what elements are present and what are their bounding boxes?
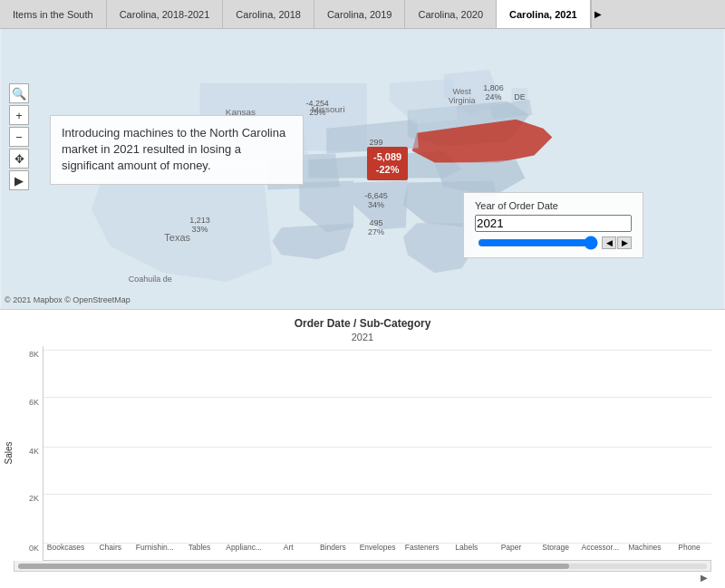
navigate-button[interactable]: ▶ — [9, 170, 29, 190]
svg-text:33%: 33% — [192, 225, 208, 234]
bar-label: Bookcases — [44, 540, 88, 560]
cursor-tool-button[interactable]: ✥ — [9, 149, 29, 169]
tab-carolina-2019[interactable]: Carolina, 2019 — [314, 0, 406, 28]
year-filter-label: Year of Order Date — [475, 200, 632, 211]
svg-text:Coahuila de: Coahuila de — [129, 275, 172, 284]
tab-carolina-2018-2021[interactable]: Carolina, 2018-2021 — [107, 0, 224, 28]
svg-text:Texas: Texas — [164, 232, 190, 243]
bar-label: Envelopes — [355, 540, 400, 560]
search-button[interactable]: 🔍 — [9, 83, 29, 103]
svg-text:1,806: 1,806 — [483, 83, 503, 92]
bar-label: Chairs — [88, 540, 132, 560]
nc-value-label: -5,089 -22% — [367, 147, 408, 180]
bar-label: Furnishin... — [132, 540, 177, 560]
year-next-button[interactable]: ▶ — [617, 236, 632, 249]
bar-label: Fasteners — [400, 540, 444, 560]
chart-section: Order Date / Sub-Category 2021 Sales 8K … — [0, 310, 725, 588]
tab-carolina-2018[interactable]: Carolina, 2018 — [223, 0, 314, 28]
year-slider[interactable] — [478, 236, 598, 250]
tab-carolina-2021[interactable]: Carolina, 2021 — [497, 0, 591, 28]
bar-label: Tables — [177, 540, 221, 560]
year-filter: Year of Order Date ◀ ▶ — [463, 192, 643, 258]
svg-text:West: West — [453, 87, 472, 96]
bar-labels: BookcasesChairsFurnishin...TablesApplian… — [44, 540, 711, 560]
annotation-box: Introducing machines to the North Caroli… — [50, 115, 304, 185]
year-prev-button[interactable]: ◀ — [602, 236, 616, 249]
svg-text:Missouri: Missouri — [312, 104, 345, 114]
main-content: DE — [0, 29, 725, 588]
bar-label: Applianc... — [222, 540, 266, 560]
scrollbar-thumb[interactable] — [18, 564, 569, 569]
svg-text:1,213: 1,213 — [189, 216, 209, 225]
year-nav: ◀ ▶ — [475, 236, 632, 250]
svg-text:299: 299 — [369, 138, 382, 147]
y-tick-6k: 6K — [29, 398, 39, 407]
y-tick-8k: 8K — [29, 350, 39, 359]
year-input[interactable] — [475, 215, 632, 232]
svg-text:Virginia: Virginia — [449, 96, 476, 105]
map-attribution: © 2021 Mapbox © OpenStreetMap — [5, 295, 130, 304]
bar-label: Paper — [488, 540, 533, 560]
tab-next-arrow[interactable]: ▶ — [591, 0, 605, 28]
y-tick-2k: 2K — [29, 494, 39, 503]
chart-plot: BookcasesChairsFurnishin...TablesApplian… — [43, 346, 711, 561]
chart-title: Order Date / Sub-Category — [14, 317, 711, 332]
svg-text:-6,645: -6,645 — [364, 191, 387, 200]
tab-items-south[interactable]: Items in the South — [0, 0, 107, 28]
scrollbar-area[interactable] — [14, 561, 711, 572]
map-controls: 🔍 + − ✥ ▶ — [9, 83, 29, 190]
map-section: DE — [0, 29, 725, 310]
bar-label: Binders — [311, 540, 355, 560]
bar-label: Storage — [534, 540, 578, 560]
tab-carolina-2020[interactable]: Carolina, 2020 — [405, 0, 497, 28]
bar-label: Art — [266, 540, 311, 560]
bar-label: Accessor... — [578, 540, 623, 560]
zoom-in-button[interactable]: + — [9, 105, 29, 125]
y-tick-4k: 4K — [29, 447, 39, 456]
y-tick-0k: 0K — [29, 544, 39, 553]
svg-text:DE: DE — [514, 92, 525, 101]
bar-label: Machines — [623, 540, 667, 560]
scrollbar-track[interactable] — [18, 564, 707, 569]
svg-text:24%: 24% — [486, 92, 502, 101]
bar-label: Labels — [444, 540, 488, 560]
y-axis-label: Sales — [4, 442, 14, 465]
svg-text:34%: 34% — [368, 200, 384, 209]
svg-text:27%: 27% — [368, 227, 384, 236]
bars-container — [44, 346, 711, 540]
chart-subtitle: 2021 — [14, 332, 711, 342]
bar-label: Phone — [667, 540, 711, 560]
zoom-out-button[interactable]: − — [9, 127, 29, 147]
svg-text:495: 495 — [369, 218, 382, 227]
chart-bottom-controls[interactable]: ▶ — [14, 572, 711, 583]
tabs-bar: Items in the South Carolina, 2018-2021 C… — [0, 0, 725, 29]
chart-area: Sales 8K 6K 4K 2K 0K Bookcase — [14, 346, 711, 561]
y-axis: Sales 8K 6K 4K 2K 0K — [14, 346, 43, 561]
